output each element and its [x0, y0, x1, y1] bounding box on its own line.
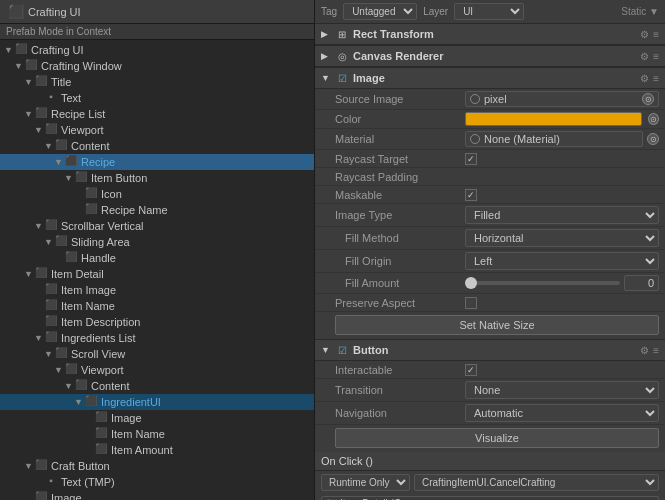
tag-dropdown[interactable]: Untagged [343, 3, 417, 20]
item-detail-field[interactable]: ⬛ Item Detail (C ⊙ [321, 496, 659, 500]
visualize-button[interactable]: Visualize [335, 428, 659, 448]
fill-method-dropdown[interactable]: Horizontal [465, 229, 659, 247]
tree-item-image3[interactable]: ⬛ Image [0, 490, 314, 500]
tree-label: Item Image [61, 284, 116, 296]
tree-item-craft-button[interactable]: ▼ ⬛ Craft Button [0, 458, 314, 474]
fill-origin-dropdown[interactable]: Left [465, 252, 659, 270]
tree-item-item-button[interactable]: ▼ ⬛ Item Button [0, 170, 314, 186]
tree-item-content[interactable]: ▼ ⬛ Content [0, 138, 314, 154]
canvas-renderer-section: ▶ ◎ Canvas Renderer ⚙ ≡ [315, 46, 665, 68]
material-text: None (Material) [484, 133, 560, 145]
prefab-mode-label: Prefab Mode in Context [0, 24, 314, 40]
maskable-row: Maskable [315, 186, 665, 204]
fill-origin-label: Fill Origin [335, 255, 465, 267]
tree-item-handle[interactable]: ⬛ Handle [0, 250, 314, 266]
preserve-aspect-checkbox[interactable] [465, 297, 477, 309]
tree-item-crafting-window[interactable]: ▼ ⬛ Crafting Window [0, 58, 314, 74]
tree-item-recipe-name[interactable]: ⬛ Recipe Name [0, 202, 314, 218]
tree-item-sliding-area[interactable]: ▼ ⬛ Sliding Area [0, 234, 314, 250]
color-value: ⊙ [465, 112, 659, 126]
menu-icon4[interactable]: ≡ [653, 345, 659, 356]
tree-label: Recipe [81, 156, 115, 168]
color-row: Color ⊙ [315, 110, 665, 129]
tree-item-text-tmp[interactable]: ▪ Text (TMP) [0, 474, 314, 490]
image-title: Image [353, 72, 636, 84]
fill-amount-slider-thumb[interactable] [465, 277, 477, 289]
tree-label: Item Name [61, 300, 115, 312]
onclick-runtime-row: Runtime Only CraftingItemUI.CancelCrafti… [315, 471, 665, 494]
source-image-picker-btn[interactable]: ⊙ [642, 93, 654, 105]
source-image-field[interactable]: pixel ⊙ [465, 91, 659, 107]
raycast-target-checkbox[interactable] [465, 153, 477, 165]
menu-icon2[interactable]: ≡ [653, 51, 659, 62]
function-dropdown[interactable]: CraftingItemUI.CancelCrafting [414, 474, 659, 491]
tree-item-ingredient-ui[interactable]: ▼ ⬛ IngredientUI [0, 394, 314, 410]
navigation-dropdown[interactable]: Automatic [465, 404, 659, 422]
tree-label: Item Description [61, 316, 140, 328]
material-row: Material None (Material) ⊙ [315, 129, 665, 150]
transition-row: Transition None [315, 379, 665, 402]
rect-transform-header[interactable]: ▶ ⊞ Rect Transform ⚙ ≡ [315, 24, 665, 45]
tree-item-scroll-view[interactable]: ▼ ⬛ Scroll View [0, 346, 314, 362]
navigation-value: Automatic [465, 404, 659, 422]
tree-label: Image [51, 492, 82, 500]
maskable-checkbox[interactable] [465, 189, 477, 201]
tree-item-viewport[interactable]: ▼ ⬛ Viewport [0, 122, 314, 138]
material-field[interactable]: None (Material) [465, 131, 643, 147]
tree-item-text[interactable]: ▪ Text [0, 90, 314, 106]
set-native-size-button[interactable]: Set Native Size [335, 315, 659, 335]
tree-item-item-amount[interactable]: ⬛ Item Amount [0, 442, 314, 458]
color-swatch[interactable] [465, 112, 642, 126]
tree-item-recipe-list[interactable]: ▼ ⬛ Recipe List [0, 106, 314, 122]
button-header[interactable]: ▼ ☑ Button ⚙ ≡ [315, 340, 665, 361]
settings-icon4[interactable]: ⚙ [640, 345, 649, 356]
source-image-label: Source Image [335, 93, 465, 105]
preserve-aspect-label: Preserve Aspect [335, 297, 465, 309]
menu-icon3[interactable]: ≡ [653, 73, 659, 84]
material-value-container: None (Material) ⊙ [465, 131, 659, 147]
settings-icon[interactable]: ⚙ [640, 29, 649, 40]
runtime-dropdown[interactable]: Runtime Only [321, 474, 410, 491]
fill-amount-slider-track[interactable] [465, 281, 620, 285]
material-picker-btn[interactable]: ⊙ [647, 133, 659, 145]
transition-dropdown[interactable]: None [465, 381, 659, 399]
layer-dropdown[interactable]: UI [454, 3, 524, 20]
raycast-target-label: Raycast Target [335, 153, 465, 165]
source-image-ref-icon [470, 94, 480, 104]
fill-amount-row: Fill Amount [315, 273, 665, 294]
tree-item-image2[interactable]: ⬛ Image [0, 410, 314, 426]
image-header[interactable]: ▼ ☑ Image ⚙ ≡ [315, 68, 665, 89]
image-type-value: Filled [465, 206, 659, 224]
tree-item-icon[interactable]: ⬛ Icon [0, 186, 314, 202]
canvas-renderer-header[interactable]: ▶ ◎ Canvas Renderer ⚙ ≡ [315, 46, 665, 67]
fill-method-value: Horizontal [465, 229, 659, 247]
tree-item-item-image[interactable]: ⬛ Item Image [0, 282, 314, 298]
fill-amount-input[interactable] [624, 275, 659, 291]
component-actions2: ⚙ ≡ [640, 51, 659, 62]
tree-item-crafting-ui[interactable]: ▼ ⬛ Crafting UI [0, 42, 314, 58]
fill-amount-label: Fill Amount [335, 277, 465, 289]
settings-icon3[interactable]: ⚙ [640, 73, 649, 84]
tree-label: Scroll View [71, 348, 125, 360]
tree-label: Crafting UI [31, 44, 84, 56]
component-actions4: ⚙ ≡ [640, 345, 659, 356]
interactable-row: Interactable [315, 361, 665, 379]
image-type-dropdown[interactable]: Filled [465, 206, 659, 224]
tree-item-item-detail[interactable]: ▼ ⬛ Item Detail [0, 266, 314, 282]
preserve-aspect-value [465, 297, 659, 309]
tree-item-viewport2[interactable]: ▼ ⬛ Viewport [0, 362, 314, 378]
interactable-checkbox[interactable] [465, 364, 477, 376]
tree-item-item-description[interactable]: ⬛ Item Description [0, 314, 314, 330]
tree-item-item-name2[interactable]: ⬛ Item Name [0, 426, 314, 442]
color-picker-btn[interactable]: ⊙ [648, 113, 659, 125]
tree-item-title[interactable]: ▼ ⬛ Title [0, 74, 314, 90]
tree-item-scrollbar-vertical[interactable]: ▼ ⬛ Scrollbar Vertical [0, 218, 314, 234]
tree-item-item-name[interactable]: ⬛ Item Name [0, 298, 314, 314]
tree-item-recipe[interactable]: ▼ ⬛ Recipe [0, 154, 314, 170]
rect-transform-icon: ⊞ [335, 27, 349, 41]
settings-icon2[interactable]: ⚙ [640, 51, 649, 62]
menu-icon[interactable]: ≡ [653, 29, 659, 40]
tree-item-content2[interactable]: ▼ ⬛ Content [0, 378, 314, 394]
tree-item-ingredients-list[interactable]: ▼ ⬛ Ingredients List [0, 330, 314, 346]
component-actions3: ⚙ ≡ [640, 73, 659, 84]
